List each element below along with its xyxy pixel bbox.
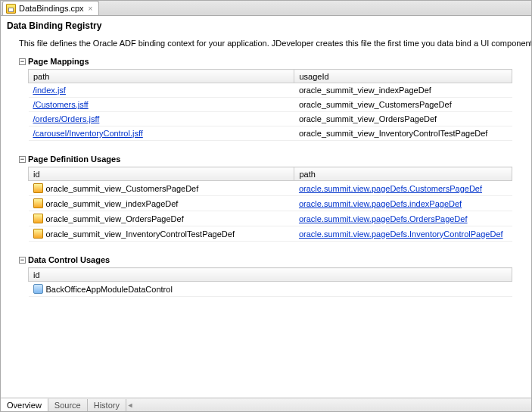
file-tab[interactable]: DataBindings.cpx × — [2, 1, 99, 15]
path-link[interactable]: /index.jsf — [33, 86, 66, 95]
close-icon[interactable]: × — [87, 5, 95, 13]
path-link[interactable]: oracle.summit.view.pageDefs.CustomersPag… — [299, 184, 482, 193]
data-control-usages-section: − Data Control Usages id BackOfficeAppMo… — [1, 255, 531, 311]
tab-overview[interactable]: Overview — [1, 398, 48, 411]
table-row[interactable]: /index.jsforacle_summit_view_indexPageDe… — [29, 83, 512, 98]
section-heading: Page Definition Usages — [28, 154, 120, 164]
column-header[interactable]: id — [29, 268, 512, 282]
scroll-left-icon[interactable]: ◄ — [126, 401, 134, 409]
table-row[interactable]: /carousel/InventoryControl.jsfforacle_su… — [29, 126, 512, 141]
id-cell: oracle_summit_view_OrdersPageDef — [46, 214, 184, 223]
usage-id-cell: oracle_summit_view_indexPageDef — [294, 83, 512, 98]
table-row[interactable]: BackOfficeAppModuleDataControl — [29, 282, 512, 297]
page-title: Data Binding Registry — [1, 16, 531, 34]
cpx-file-icon — [6, 4, 16, 14]
id-cell: oracle_summit_view_indexPageDef — [46, 199, 179, 208]
section-heading: Data Control Usages — [28, 255, 110, 264]
pagedef-icon — [33, 214, 43, 223]
pagedef-icon — [33, 198, 43, 208]
collapse-icon[interactable]: − — [19, 156, 26, 163]
page-mappings-section: − Page Mappings path usageId /index.jsfo… — [1, 57, 531, 154]
id-cell: BackOfficeAppModuleDataControl — [46, 285, 173, 294]
id-cell: oracle_summit_view_CustomersPageDef — [46, 184, 199, 193]
path-link[interactable]: oracle.summit.view.pageDefs.OrdersPageDe… — [299, 214, 468, 223]
usage-id-cell: oracle_summit_view_OrdersPageDef — [294, 112, 512, 126]
tab-source[interactable]: Source — [48, 399, 88, 411]
collapse-icon[interactable]: − — [19, 58, 26, 65]
pagedef-icon — [33, 229, 43, 239]
table-row[interactable]: /orders/Orders.jsfforacle_summit_view_Or… — [29, 112, 512, 126]
page-def-usages-section: − Page Definition Usages id path oracle_… — [1, 154, 531, 255]
section-heading: Page Mappings — [28, 57, 89, 66]
file-tab-bar: DataBindings.cpx × — [1, 1, 531, 16]
editor-bottom-tabs: Overview Source History ◄ — [1, 398, 531, 411]
column-header[interactable]: id — [29, 167, 294, 181]
file-tab-label: DataBindings.cpx — [19, 4, 84, 13]
data-control-icon — [33, 284, 43, 294]
path-link[interactable]: /orders/Orders.jsff — [33, 114, 100, 123]
data-control-usages-table: id BackOfficeAppModuleDataControl — [28, 267, 512, 297]
table-row[interactable]: oracle_summit_view_OrdersPageDeforacle.s… — [29, 211, 512, 226]
column-header[interactable]: path — [29, 70, 294, 83]
path-link[interactable]: oracle.summit.view.pageDefs.InventoryCon… — [299, 229, 503, 239]
id-cell: oracle_summit_view_InventoryControlTestP… — [46, 229, 235, 239]
table-row[interactable]: oracle_summit_view_CustomersPageDeforacl… — [29, 181, 512, 196]
table-row[interactable]: oracle_summit_view_indexPageDeforacle.su… — [29, 196, 512, 211]
table-row[interactable]: /Customers.jsfforacle_summit_view_Custom… — [29, 98, 512, 112]
table-row[interactable]: oracle_summit_view_InventoryControlTestP… — [29, 226, 512, 242]
page-mappings-table: path usageId /index.jsforacle_summit_vie… — [28, 69, 512, 141]
tab-history[interactable]: History — [88, 399, 126, 411]
path-link[interactable]: oracle.summit.view.pageDefs.indexPageDef — [299, 199, 462, 208]
column-header[interactable]: path — [294, 167, 512, 181]
pagedef-icon — [33, 183, 43, 193]
usage-id-cell: oracle_summit_view_InventoryControlTestP… — [294, 126, 512, 141]
path-link[interactable]: /carousel/InventoryControl.jsff — [33, 129, 143, 138]
page-def-usages-table: id path oracle_summit_view_CustomersPage… — [28, 167, 512, 242]
column-header[interactable]: usageId — [294, 70, 512, 83]
usage-id-cell: oracle_summit_view_CustomersPageDef — [294, 98, 512, 112]
page-description: This file defines the Oracle ADF binding… — [1, 34, 531, 57]
collapse-icon[interactable]: − — [19, 257, 26, 264]
path-link[interactable]: /Customers.jsff — [33, 100, 89, 109]
